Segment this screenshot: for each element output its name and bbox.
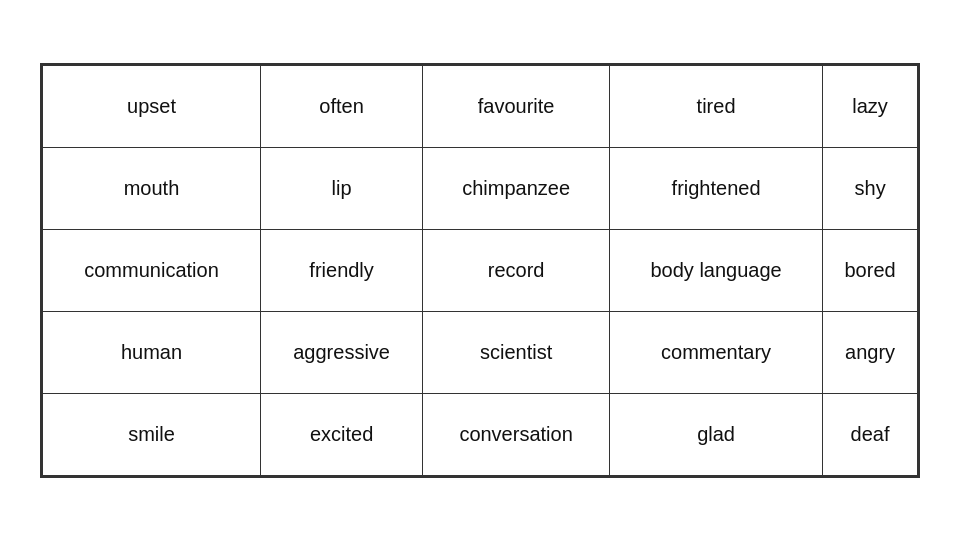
- table-cell: frightened: [609, 147, 822, 229]
- table-cell: aggressive: [261, 311, 423, 393]
- table-cell: glad: [609, 393, 822, 475]
- table-cell: bored: [823, 229, 918, 311]
- table-cell: excited: [261, 393, 423, 475]
- table-row: humanaggressivescientistcommentaryangry: [43, 311, 918, 393]
- table-cell: upset: [43, 65, 261, 147]
- table-cell: record: [423, 229, 610, 311]
- table-cell: smile: [43, 393, 261, 475]
- table-cell: angry: [823, 311, 918, 393]
- table-cell: lip: [261, 147, 423, 229]
- table-cell: lazy: [823, 65, 918, 147]
- table-row: upsetoftenfavouritetiredlazy: [43, 65, 918, 147]
- table-cell: friendly: [261, 229, 423, 311]
- table-row: communicationfriendlyrecordbody language…: [43, 229, 918, 311]
- table-cell: human: [43, 311, 261, 393]
- table-cell: tired: [609, 65, 822, 147]
- table-cell: body language: [609, 229, 822, 311]
- table-row: smileexcitedconversationgladdeaf: [43, 393, 918, 475]
- table-cell: commentary: [609, 311, 822, 393]
- table-row: mouthlipchimpanzeefrightenedshy: [43, 147, 918, 229]
- table-cell: communication: [43, 229, 261, 311]
- word-table: upsetoftenfavouritetiredlazymouthlipchim…: [40, 63, 920, 478]
- table-cell: mouth: [43, 147, 261, 229]
- table-cell: conversation: [423, 393, 610, 475]
- table-cell: shy: [823, 147, 918, 229]
- table-cell: favourite: [423, 65, 610, 147]
- table-cell: often: [261, 65, 423, 147]
- table-cell: deaf: [823, 393, 918, 475]
- table-cell: chimpanzee: [423, 147, 610, 229]
- table-cell: scientist: [423, 311, 610, 393]
